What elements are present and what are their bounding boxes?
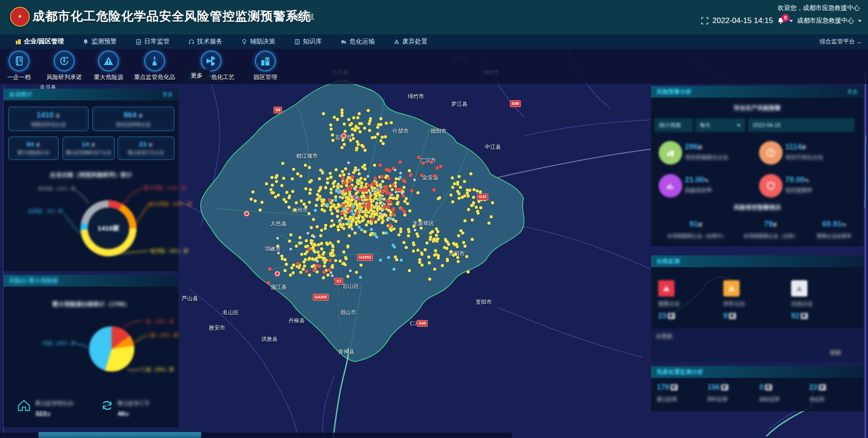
map-marker[interactable] xyxy=(381,136,384,139)
system-nav-button[interactable]: 系统导航 xyxy=(277,13,314,21)
user-menu[interactable]: 成都市应急救援中心 xyxy=(797,17,854,25)
nav-item-decision-support[interactable]: 辅助决策 xyxy=(241,38,275,46)
stat-box-major-hazard[interactable]: 94 家 重大危险源企业 xyxy=(8,137,59,160)
map-marker[interactable] xyxy=(420,253,424,256)
map-marker[interactable] xyxy=(431,230,434,233)
map-marker[interactable] xyxy=(387,256,390,259)
map-marker[interactable] xyxy=(339,259,342,263)
map-marker[interactable] xyxy=(339,196,341,198)
map-marker[interactable] xyxy=(367,109,370,112)
stat-box-key-material[interactable]: 14 家 重点监管物料生产企业 xyxy=(62,137,115,160)
map-marker[interactable] xyxy=(402,241,406,244)
nav-item-waste-disposal[interactable]: 废弃处置 xyxy=(394,38,428,46)
map-marker[interactable] xyxy=(435,227,438,231)
map-marker[interactable] xyxy=(349,139,352,142)
map-marker[interactable] xyxy=(295,201,298,204)
map-marker[interactable] xyxy=(449,250,453,253)
map-marker[interactable] xyxy=(394,255,397,259)
map-marker[interactable] xyxy=(314,209,317,212)
map-marker[interactable] xyxy=(385,168,388,171)
map-marker[interactable] xyxy=(451,186,454,189)
stat-box-operating[interactable]: 864 家 危化品经营企业 xyxy=(92,107,175,131)
map-marker[interactable] xyxy=(385,122,388,125)
map-marker[interactable] xyxy=(405,246,408,249)
map-marker[interactable] xyxy=(329,206,332,209)
map-marker[interactable] xyxy=(271,184,274,187)
map-marker[interactable] xyxy=(463,245,467,248)
map-marker[interactable] xyxy=(321,170,324,173)
map-marker[interactable] xyxy=(321,204,324,207)
map-marker[interactable] xyxy=(362,204,366,207)
map-marker[interactable] xyxy=(373,212,376,216)
map-marker[interactable] xyxy=(363,164,366,167)
map-marker[interactable] xyxy=(357,169,360,171)
map-marker[interactable] xyxy=(283,269,287,272)
map-marker[interactable] xyxy=(395,187,398,191)
map-marker[interactable] xyxy=(350,199,353,202)
map-marker[interactable] xyxy=(467,270,470,273)
map-marker[interactable] xyxy=(456,181,459,184)
map-marker[interactable] xyxy=(293,208,297,212)
map-marker[interactable] xyxy=(354,169,357,172)
map-marker[interactable] xyxy=(396,194,399,197)
map-marker[interactable] xyxy=(409,174,412,177)
map-marker[interactable] xyxy=(311,265,314,268)
map-marker[interactable] xyxy=(277,252,280,254)
map-marker[interactable] xyxy=(355,203,359,207)
map-marker[interactable] xyxy=(399,176,402,179)
map-marker[interactable] xyxy=(350,195,353,198)
map-marker[interactable] xyxy=(368,122,371,125)
map-marker[interactable] xyxy=(355,271,358,274)
map-marker[interactable] xyxy=(352,116,355,119)
map-marker[interactable] xyxy=(379,139,382,142)
map-marker[interactable] xyxy=(299,271,302,274)
map-marker[interactable] xyxy=(272,191,275,194)
filter-date-input[interactable]: 2022-04-15 xyxy=(748,118,854,132)
map-more-button[interactable]: 更多 xyxy=(183,69,210,82)
subnav-item-fengxianyanpan[interactable] xyxy=(54,51,75,71)
map-marker[interactable] xyxy=(318,264,321,268)
map-marker[interactable] xyxy=(433,254,436,257)
map-marker[interactable] xyxy=(311,246,315,249)
map-marker[interactable] xyxy=(329,176,332,179)
subnav-item-yuanquguanli[interactable] xyxy=(255,51,276,71)
map-marker[interactable] xyxy=(343,122,346,126)
horizontal-scrollbar-thumb[interactable] xyxy=(38,432,201,438)
map-marker[interactable] xyxy=(358,172,361,175)
map-marker[interactable] xyxy=(298,236,302,239)
map-marker[interactable] xyxy=(313,243,316,246)
map-marker[interactable] xyxy=(344,167,347,170)
map-marker[interactable] xyxy=(358,112,361,115)
map-marker[interactable] xyxy=(304,252,307,255)
map-marker[interactable] xyxy=(368,119,372,122)
map-marker[interactable] xyxy=(444,239,448,242)
map-marker[interactable] xyxy=(288,240,291,243)
nav-item-daily-supervision[interactable]: 日常监管 xyxy=(136,38,170,46)
map-marker[interactable] xyxy=(457,234,460,237)
chevron-down-icon[interactable] xyxy=(858,20,862,22)
map-marker[interactable] xyxy=(270,176,274,179)
map-marker[interactable] xyxy=(367,184,370,187)
map-marker[interactable] xyxy=(433,174,436,178)
map-marker[interactable] xyxy=(357,127,360,130)
notification-bell-icon[interactable]: 0 xyxy=(777,17,785,24)
stat-box-hazchem[interactable]: 1410 家 危险化学品企业 xyxy=(8,107,89,131)
subnav-label[interactable]: 园区管理 xyxy=(234,73,297,81)
map-marker[interactable] xyxy=(475,206,478,209)
map-marker[interactable] xyxy=(341,176,345,180)
map-alarm-marker[interactable] xyxy=(341,133,346,138)
map-marker[interactable] xyxy=(305,239,308,242)
map-marker[interactable] xyxy=(351,228,354,231)
map-marker[interactable] xyxy=(349,123,352,127)
map-marker[interactable] xyxy=(432,238,435,241)
map-marker[interactable] xyxy=(318,177,321,180)
map-marker[interactable] xyxy=(428,278,431,281)
warning-panel-more-link[interactable]: 更多 xyxy=(847,88,858,96)
map-marker[interactable] xyxy=(330,188,333,191)
map-marker[interactable] xyxy=(391,188,394,191)
map-marker[interactable] xyxy=(331,245,335,248)
key-chemical-item[interactable] xyxy=(16,398,32,415)
enterprise-panel-more-link[interactable]: 更多 xyxy=(162,91,173,99)
map-marker[interactable] xyxy=(296,262,300,265)
map-marker[interactable] xyxy=(398,188,402,191)
